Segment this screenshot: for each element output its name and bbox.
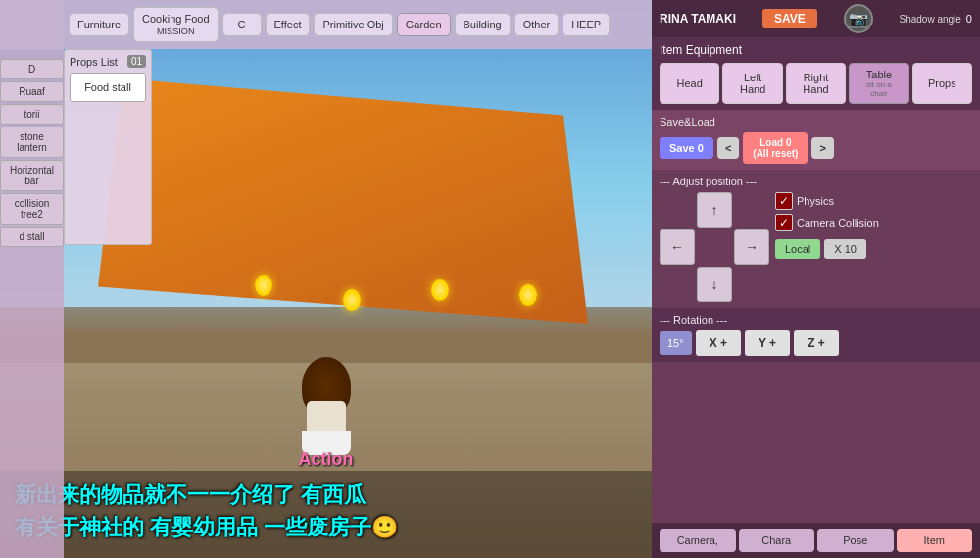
props-title: Props List [70,56,118,68]
camera-collision-row: ✓ Camera Collision [775,214,972,231]
ie-tab-table[interactable]: Table sit on a chair [849,63,908,104]
sidebar-item-stone-lantern[interactable]: stone lantern [0,127,64,158]
load-button[interactable]: Load 0 (All reset) [743,132,808,164]
save-load-section: Save&Load Save 0 < Load 0 (All reset) > [652,110,980,170]
nav-heep[interactable]: HEEP [563,13,610,36]
rotation-controls: 15° X + Y + Z + [660,330,972,356]
shadow-value: 0 [966,13,972,25]
food-stall-button[interactable]: Food stall [70,73,146,102]
tab-item[interactable]: Item [897,529,973,552]
local-button[interactable]: Local [775,239,820,259]
adjust-position-section: --- Adjust position --- ↑ ← → ↓ ✓ Physic… [652,170,980,308]
dpad-center [697,229,732,265]
tab-pose[interactable]: Pose [817,529,894,552]
dpad-empty-tr [734,192,769,228]
bottom-tabs: Camera, Chara Pose Item [652,523,980,558]
subtitle-line1: 新出来的物品就不一一介绍了 有西瓜 [15,479,637,511]
item-equipment-tabs: Head Left Hand Right Hand Table sit on a… [660,63,972,104]
physics-label: Physics [797,195,834,207]
nav-furniture[interactable]: Furniture [69,13,129,36]
rotation-y-plus[interactable]: Y + [745,330,790,356]
nav-building[interactable]: Building [455,13,511,36]
camera-icon[interactable]: 📷 [844,4,873,33]
x10-button[interactable]: X 10 [824,239,866,259]
prev-slot-button[interactable]: < [717,137,739,159]
lantern [255,275,272,296]
orange-wall [98,78,588,324]
save-button[interactable]: SAVE [762,9,817,28]
physics-checkbox[interactable]: ✓ [775,192,793,210]
nav-cooking-food[interactable]: Cooking Food MISSION [133,7,219,42]
left-sidebar: D Ruaaf torii stone lantern Horizontal b… [0,0,64,558]
lantern [343,289,361,311]
dpad-empty-br [734,267,769,302]
adjust-position-options: ✓ Physics ✓ Camera Collision Local X 10 [775,192,972,302]
sidebar-item-ruaaf[interactable]: Ruaaf [0,81,64,102]
right-panel-header: RINA TAMAKI SAVE 📷 Shadow angle 0 [652,0,980,37]
nav-effect[interactable]: Effect [266,13,311,36]
sidebar-item-d-stall[interactable]: d stall [0,227,64,247]
lantern [431,279,449,301]
ie-tab-left-hand[interactable]: Left Hand [722,63,782,104]
username: RINA TAMAKI [660,12,736,25]
dpad-right[interactable]: → [734,229,769,265]
shadow-label: Shadow angle [899,14,960,25]
right-panel: RINA TAMAKI SAVE 📷 Shadow angle 0 Item E… [652,0,980,558]
dpad-empty-tl [660,192,695,228]
ie-tab-table-sub: sit on a chair [858,80,900,98]
rotation-z-plus[interactable]: Z + [794,330,839,356]
rotation-x-plus[interactable]: X + [696,330,741,356]
rotation-title: --- Rotation --- [660,314,972,326]
adjust-position-content: ↑ ← → ↓ ✓ Physics ✓ Camera Collision [660,192,972,302]
ie-tab-head[interactable]: Head [660,63,719,104]
sidebar-item-torii[interactable]: torii [0,104,64,125]
save-slot-button[interactable]: Save 0 [660,137,713,159]
camera-collision-label: Camera Collision [797,217,879,228]
save-load-title: Save&Load [660,116,972,127]
nav-c[interactable]: C [222,13,262,36]
local-x10-row: Local X 10 [775,239,972,259]
item-equipment-section: Item Equipment Head Left Hand Right Hand… [652,37,980,110]
save-load-controls: Save 0 < Load 0 (All reset) > [660,132,972,164]
rotation-degree[interactable]: 15° [660,331,692,355]
nav-other[interactable]: Other [514,13,560,36]
sidebar-item-horizontal-bar[interactable]: Horizontal bar [0,160,64,191]
top-nav: Furniture Cooking Food MISSION C Effect … [0,0,652,49]
dpad: ↑ ← → ↓ [660,192,769,302]
shadow-control: Shadow angle 0 [899,13,972,25]
next-slot-button[interactable]: > [811,137,833,159]
camera-collision-checkbox[interactable]: ✓ [775,214,793,231]
sidebar-item-collision-tree[interactable]: collision tree2 [0,193,64,225]
mission-label: MISSION [157,26,195,36]
dpad-left[interactable]: ← [660,229,695,265]
character [297,362,356,460]
lantern [519,284,537,306]
sidebar-item-d[interactable]: D [0,59,64,79]
ie-tab-props[interactable]: Props [912,63,972,104]
dpad-empty-bl [660,267,695,302]
dpad-down[interactable]: ↓ [697,267,732,302]
subtitle-line2: 有关于神社的 有婴幼用品 一些废房子🙂 [15,511,637,543]
props-panel: Props List 01 Food stall [64,49,152,245]
nav-garden[interactable]: Garden [397,13,451,36]
dpad-up[interactable]: ↑ [697,192,732,228]
item-equipment-title: Item Equipment [660,43,972,57]
rotation-section: --- Rotation --- 15° X + Y + Z + [652,308,980,362]
action-text: Action [299,449,354,470]
nav-primitive-obj[interactable]: Primitive Obj [314,13,392,36]
tab-camera[interactable]: Camera, [660,529,736,552]
props-count: 01 [127,55,146,68]
physics-row: ✓ Physics [775,192,972,210]
adjust-position-title: --- Adjust position --- [660,176,972,187]
ie-tab-right-hand[interactable]: Right Hand [786,63,846,104]
character-body [297,362,356,460]
tab-chara[interactable]: Chara [739,529,815,552]
props-header: Props List 01 [70,55,146,68]
subtitle-bar: 新出来的物品就不一一介绍了 有西瓜 有关于神社的 有婴幼用品 一些废房子🙂 [0,471,652,558]
